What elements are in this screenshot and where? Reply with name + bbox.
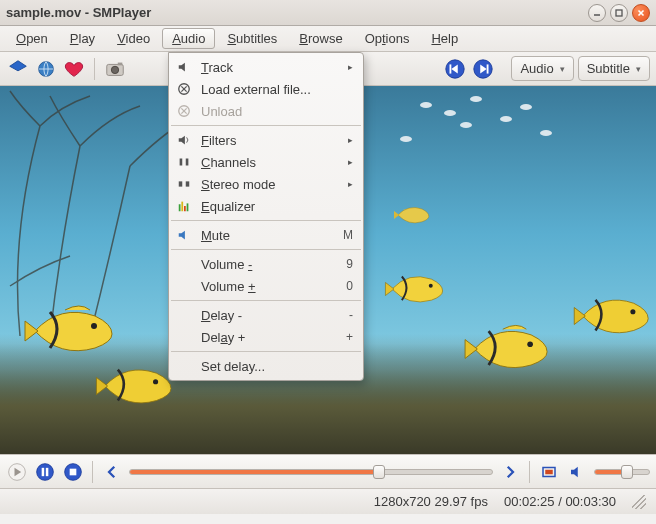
maximize-button[interactable]: [610, 4, 628, 22]
menu-item-filters[interactable]: Filters ▸: [169, 129, 363, 151]
svg-rect-51: [545, 469, 553, 474]
open-file-icon[interactable]: [6, 57, 30, 81]
svg-rect-11: [450, 64, 452, 73]
subtitle-track-button[interactable]: Subtitle ▾: [578, 56, 650, 81]
svg-point-22: [527, 341, 533, 347]
svg-marker-17: [96, 377, 107, 394]
svg-marker-42: [179, 231, 185, 240]
control-separator: [529, 461, 530, 483]
svg-rect-35: [186, 159, 189, 166]
menu-options[interactable]: Options: [355, 28, 420, 49]
favorites-icon[interactable]: [62, 57, 86, 81]
window-title: sample.mov - SMPlayer: [6, 5, 588, 20]
filter-icon: [175, 133, 193, 147]
menu-audio[interactable]: Audio: [162, 28, 215, 49]
menu-item-equalizer[interactable]: Equalizer: [169, 195, 363, 217]
svg-rect-40: [184, 206, 186, 211]
menu-item-load-external[interactable]: Load external file...: [169, 78, 363, 100]
channels-icon: [175, 155, 193, 169]
seek-slider[interactable]: [129, 469, 493, 475]
volume-icon[interactable]: [566, 461, 588, 483]
fish-decoration: [570, 286, 655, 346]
fish-decoration: [460, 122, 472, 128]
svg-rect-47: [46, 467, 49, 475]
circle-cross-icon: [175, 82, 193, 96]
pause-button[interactable]: [34, 461, 56, 483]
fish-decoration: [500, 116, 512, 122]
menu-item-volume-up[interactable]: Volume + 0: [169, 275, 363, 297]
svg-rect-34: [180, 159, 183, 166]
svg-rect-41: [187, 203, 189, 211]
volume-slider[interactable]: [594, 469, 650, 475]
svg-marker-33: [179, 136, 185, 145]
svg-marker-15: [25, 321, 38, 341]
menubar: Open Play Video Audio Subtitles Browse O…: [0, 26, 656, 52]
close-button[interactable]: [632, 4, 650, 22]
svg-marker-26: [179, 63, 185, 72]
menu-browse[interactable]: Browse: [289, 28, 352, 49]
resize-grip[interactable]: [632, 495, 646, 509]
menu-item-volume-down[interactable]: Volume - 9: [169, 253, 363, 275]
fish-decoration: [90, 356, 180, 416]
menu-separator: [171, 351, 361, 352]
fish-decoration: [520, 104, 532, 110]
menu-item-track[interactable]: Track ▸: [169, 56, 363, 78]
status-time: 00:02:25 / 00:03:30: [504, 494, 616, 509]
minimize-button[interactable]: [588, 4, 606, 22]
svg-rect-39: [181, 202, 183, 212]
subtitle-track-label: Subtitle: [587, 61, 630, 76]
menu-item-delay-up[interactable]: Delay + +: [169, 326, 363, 348]
submenu-arrow-icon: ▸: [348, 179, 353, 189]
menu-open[interactable]: Open: [6, 28, 58, 49]
screenshot-icon[interactable]: [103, 57, 127, 81]
menu-subtitles[interactable]: Subtitles: [217, 28, 287, 49]
fish-decoration: [420, 102, 432, 108]
menu-play[interactable]: Play: [60, 28, 105, 49]
svg-rect-36: [179, 181, 183, 186]
svg-rect-14: [487, 64, 489, 73]
fish-decoration: [540, 130, 552, 136]
menu-item-channels[interactable]: Channels ▸: [169, 151, 363, 173]
svg-point-18: [153, 379, 158, 384]
svg-rect-49: [70, 468, 77, 475]
menu-item-stereo[interactable]: Stereo mode ▸: [169, 173, 363, 195]
audio-track-label: Audio: [520, 61, 553, 76]
audio-track-button[interactable]: Audio ▾: [511, 56, 573, 81]
menu-separator: [171, 125, 361, 126]
seek-thumb[interactable]: [373, 465, 385, 479]
play-button[interactable]: [6, 461, 28, 483]
fish-decoration: [380, 266, 450, 312]
next-icon[interactable]: [471, 57, 495, 81]
control-separator: [92, 461, 93, 483]
svg-marker-19: [385, 282, 394, 295]
menu-item-set-delay[interactable]: Set delay...: [169, 355, 363, 377]
volume-thumb[interactable]: [621, 465, 633, 479]
titlebar: sample.mov - SMPlayer: [0, 0, 656, 26]
stop-button[interactable]: [62, 461, 84, 483]
speaker-icon: [175, 60, 193, 74]
menu-item-mute[interactable]: Mute M: [169, 224, 363, 246]
svg-point-45: [37, 463, 54, 480]
seek-fwd-button[interactable]: [499, 461, 521, 483]
svg-rect-38: [179, 204, 181, 211]
menu-help[interactable]: Help: [421, 28, 468, 49]
svg-marker-23: [574, 308, 585, 325]
svg-point-20: [429, 284, 433, 288]
chevron-down-icon: ▾: [636, 64, 641, 74]
fish-decoration: [390, 201, 434, 229]
seek-back-button[interactable]: [101, 461, 123, 483]
menu-item-unload: Unload: [169, 100, 363, 122]
equalizer-icon: [175, 199, 193, 213]
fish-decoration: [470, 96, 482, 102]
svg-point-16: [91, 323, 97, 329]
open-url-icon[interactable]: [34, 57, 58, 81]
menu-video[interactable]: Video: [107, 28, 160, 49]
toolbar-separator: [94, 58, 95, 80]
menu-separator: [171, 300, 361, 301]
unload-icon: [175, 104, 193, 118]
fullscreen-button[interactable]: [538, 461, 560, 483]
svg-marker-21: [465, 340, 477, 359]
prev-icon[interactable]: [443, 57, 467, 81]
menu-item-delay-down[interactable]: Delay - -: [169, 304, 363, 326]
fish-decoration: [460, 316, 555, 382]
